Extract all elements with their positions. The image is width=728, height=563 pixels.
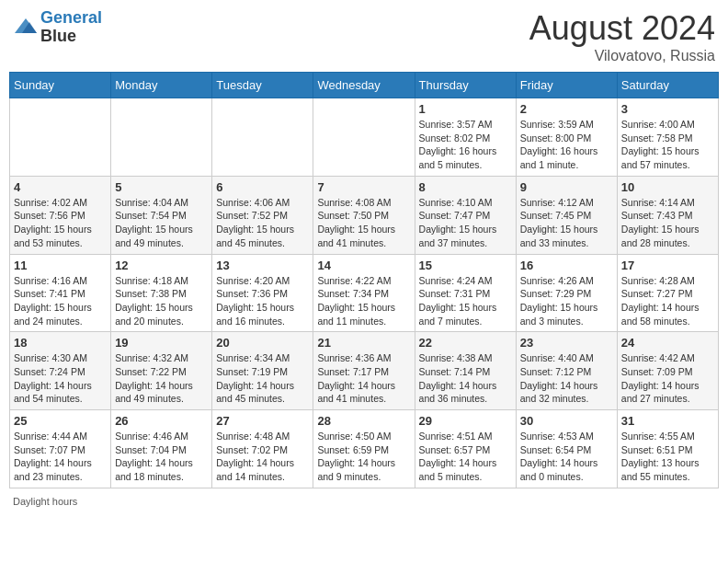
calendar-cell: 7Sunrise: 4:08 AM Sunset: 7:50 PM Daylig… xyxy=(313,176,415,254)
day-number: 27 xyxy=(216,414,309,428)
day-info: Sunrise: 4:12 AM Sunset: 7:45 PM Dayligh… xyxy=(520,196,613,250)
location-subtitle: Vilovatovo, Russia xyxy=(529,48,715,64)
calendar-cell: 12Sunrise: 4:18 AM Sunset: 7:38 PM Dayli… xyxy=(111,254,212,332)
day-number: 22 xyxy=(419,336,512,350)
day-number: 3 xyxy=(621,102,714,116)
calendar-cell: 19Sunrise: 4:32 AM Sunset: 7:22 PM Dayli… xyxy=(111,332,212,410)
day-number: 28 xyxy=(317,414,410,428)
calendar-cell: 9Sunrise: 4:12 AM Sunset: 7:45 PM Daylig… xyxy=(516,176,617,254)
day-info: Sunrise: 4:46 AM Sunset: 7:04 PM Dayligh… xyxy=(115,430,208,484)
day-info: Sunrise: 3:57 AM Sunset: 8:02 PM Dayligh… xyxy=(419,118,512,172)
calendar-cell: 22Sunrise: 4:38 AM Sunset: 7:14 PM Dayli… xyxy=(415,332,516,410)
day-info: Sunrise: 4:20 AM Sunset: 7:36 PM Dayligh… xyxy=(216,274,309,328)
day-header-friday: Friday xyxy=(516,73,617,98)
calendar-cell: 18Sunrise: 4:30 AM Sunset: 7:24 PM Dayli… xyxy=(10,332,111,410)
calendar-cell: 10Sunrise: 4:14 AM Sunset: 7:43 PM Dayli… xyxy=(617,176,718,254)
day-info: Sunrise: 4:10 AM Sunset: 7:47 PM Dayligh… xyxy=(419,196,512,250)
day-number: 19 xyxy=(115,336,208,350)
calendar-cell: 27Sunrise: 4:48 AM Sunset: 7:02 PM Dayli… xyxy=(212,410,313,488)
calendar-cell: 23Sunrise: 4:40 AM Sunset: 7:12 PM Dayli… xyxy=(516,332,617,410)
day-number: 2 xyxy=(520,102,613,116)
calendar-table: SundayMondayTuesdayWednesdayThursdayFrid… xyxy=(9,72,719,488)
day-number: 20 xyxy=(216,336,309,350)
logo: General Blue xyxy=(13,9,102,46)
day-number: 21 xyxy=(317,336,410,350)
day-info: Sunrise: 4:14 AM Sunset: 7:43 PM Dayligh… xyxy=(621,196,714,250)
day-number: 4 xyxy=(14,180,107,194)
day-number: 14 xyxy=(317,259,410,272)
day-info: Sunrise: 4:08 AM Sunset: 7:50 PM Dayligh… xyxy=(317,196,410,250)
calendar-cell: 3Sunrise: 4:00 AM Sunset: 7:58 PM Daylig… xyxy=(617,98,718,177)
logo-icon xyxy=(13,15,39,40)
day-header-saturday: Saturday xyxy=(617,73,718,98)
calendar-cell xyxy=(111,98,212,177)
day-info: Sunrise: 4:16 AM Sunset: 7:41 PM Dayligh… xyxy=(14,274,107,328)
week-row-3: 11Sunrise: 4:16 AM Sunset: 7:41 PM Dayli… xyxy=(10,254,719,332)
day-info: Sunrise: 4:04 AM Sunset: 7:54 PM Dayligh… xyxy=(115,196,208,250)
day-number: 11 xyxy=(14,259,107,272)
day-info: Sunrise: 4:51 AM Sunset: 6:57 PM Dayligh… xyxy=(419,430,512,484)
calendar-cell xyxy=(212,98,313,177)
day-info: Sunrise: 4:02 AM Sunset: 7:56 PM Dayligh… xyxy=(14,196,107,250)
week-row-1: 1Sunrise: 3:57 AM Sunset: 8:02 PM Daylig… xyxy=(10,98,719,177)
day-number: 12 xyxy=(115,259,208,272)
day-info: Sunrise: 4:53 AM Sunset: 6:54 PM Dayligh… xyxy=(520,430,613,484)
day-number: 25 xyxy=(14,414,107,428)
calendar-cell: 5Sunrise: 4:04 AM Sunset: 7:54 PM Daylig… xyxy=(111,176,212,254)
day-number: 18 xyxy=(14,336,107,350)
day-info: Sunrise: 4:26 AM Sunset: 7:29 PM Dayligh… xyxy=(520,274,613,328)
day-number: 17 xyxy=(621,259,714,272)
day-number: 10 xyxy=(621,180,714,194)
day-info: Sunrise: 4:24 AM Sunset: 7:31 PM Dayligh… xyxy=(419,274,512,328)
logo-text: General Blue xyxy=(40,9,102,46)
day-info: Sunrise: 4:40 AM Sunset: 7:12 PM Dayligh… xyxy=(520,351,613,406)
day-info: Sunrise: 4:44 AM Sunset: 7:07 PM Dayligh… xyxy=(14,430,107,484)
calendar-cell: 6Sunrise: 4:06 AM Sunset: 7:52 PM Daylig… xyxy=(212,176,313,254)
calendar-cell: 29Sunrise: 4:51 AM Sunset: 6:57 PM Dayli… xyxy=(415,410,516,488)
day-header-wednesday: Wednesday xyxy=(313,73,415,98)
day-info: Sunrise: 4:30 AM Sunset: 7:24 PM Dayligh… xyxy=(14,351,107,406)
calendar-cell: 14Sunrise: 4:22 AM Sunset: 7:34 PM Dayli… xyxy=(313,254,415,332)
day-number: 26 xyxy=(115,414,208,428)
calendar-cell: 28Sunrise: 4:50 AM Sunset: 6:59 PM Dayli… xyxy=(313,410,415,488)
calendar-cell: 17Sunrise: 4:28 AM Sunset: 7:27 PM Dayli… xyxy=(617,254,718,332)
day-info: Sunrise: 4:42 AM Sunset: 7:09 PM Dayligh… xyxy=(621,351,714,406)
day-number: 5 xyxy=(115,180,208,194)
week-row-4: 18Sunrise: 4:30 AM Sunset: 7:24 PM Dayli… xyxy=(10,332,719,410)
day-number: 29 xyxy=(419,414,512,428)
day-number: 1 xyxy=(419,102,512,116)
day-number: 6 xyxy=(216,180,309,194)
day-header-tuesday: Tuesday xyxy=(212,73,313,98)
calendar-cell: 25Sunrise: 4:44 AM Sunset: 7:07 PM Dayli… xyxy=(10,410,111,488)
day-number: 13 xyxy=(216,259,309,272)
day-header-monday: Monday xyxy=(111,73,212,98)
calendar-cell: 20Sunrise: 4:34 AM Sunset: 7:19 PM Dayli… xyxy=(212,332,313,410)
calendar-cell: 2Sunrise: 3:59 AM Sunset: 8:00 PM Daylig… xyxy=(516,98,617,177)
title-block: August 2024 Vilovatovo, Russia xyxy=(529,9,715,64)
day-info: Sunrise: 4:22 AM Sunset: 7:34 PM Dayligh… xyxy=(317,274,410,328)
day-info: Sunrise: 4:38 AM Sunset: 7:14 PM Dayligh… xyxy=(419,351,512,406)
day-info: Sunrise: 4:18 AM Sunset: 7:38 PM Dayligh… xyxy=(115,274,208,328)
day-header-sunday: Sunday xyxy=(10,73,111,98)
calendar-cell: 24Sunrise: 4:42 AM Sunset: 7:09 PM Dayli… xyxy=(617,332,718,410)
day-info: Sunrise: 4:55 AM Sunset: 6:51 PM Dayligh… xyxy=(621,430,714,484)
calendar-cell: 11Sunrise: 4:16 AM Sunset: 7:41 PM Dayli… xyxy=(10,254,111,332)
day-number: 16 xyxy=(520,259,613,272)
day-info: Sunrise: 4:36 AM Sunset: 7:17 PM Dayligh… xyxy=(317,351,410,406)
daylight-label: Daylight hours xyxy=(13,496,77,507)
day-number: 30 xyxy=(520,414,613,428)
day-info: Sunrise: 4:00 AM Sunset: 7:58 PM Dayligh… xyxy=(621,118,714,172)
calendar-cell: 8Sunrise: 4:10 AM Sunset: 7:47 PM Daylig… xyxy=(415,176,516,254)
calendar-cell: 31Sunrise: 4:55 AM Sunset: 6:51 PM Dayli… xyxy=(617,410,718,488)
calendar-header-row: SundayMondayTuesdayWednesdayThursdayFrid… xyxy=(10,73,719,98)
day-info: Sunrise: 4:50 AM Sunset: 6:59 PM Dayligh… xyxy=(317,430,410,484)
page-header: General Blue August 2024 Vilovatovo, Rus… xyxy=(9,9,719,64)
day-number: 31 xyxy=(621,414,714,428)
day-number: 15 xyxy=(419,259,512,272)
footer: Daylight hours xyxy=(9,496,719,507)
calendar-cell: 26Sunrise: 4:46 AM Sunset: 7:04 PM Dayli… xyxy=(111,410,212,488)
calendar-cell: 30Sunrise: 4:53 AM Sunset: 6:54 PM Dayli… xyxy=(516,410,617,488)
day-info: Sunrise: 3:59 AM Sunset: 8:00 PM Dayligh… xyxy=(520,118,613,172)
day-header-thursday: Thursday xyxy=(415,73,516,98)
week-row-5: 25Sunrise: 4:44 AM Sunset: 7:07 PM Dayli… xyxy=(10,410,719,488)
